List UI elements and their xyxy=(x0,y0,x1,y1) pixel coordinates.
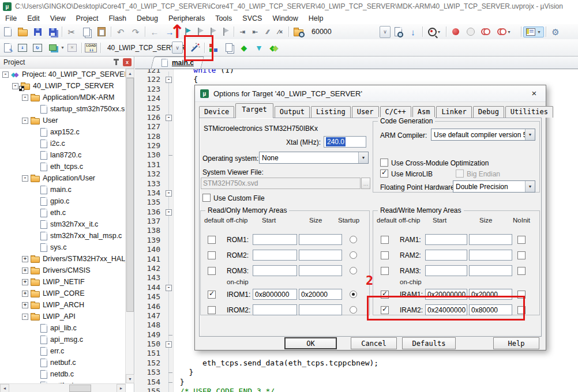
tree-item-lwip-core[interactable]: +LWIP_CORE xyxy=(0,288,126,299)
close-panel-button[interactable]: x xyxy=(123,58,132,66)
menu-help[interactable]: Help xyxy=(303,13,329,24)
manage-project-items-button[interactable] xyxy=(222,41,237,55)
previous-bookmark-button[interactable] xyxy=(194,25,207,39)
tree-item-api-lib-c[interactable]: api_lib.c xyxy=(0,322,126,334)
ram1-start-input[interactable] xyxy=(425,234,467,245)
dropdown-arrow-icon[interactable]: ▼ xyxy=(525,181,535,192)
menu-project[interactable]: Project xyxy=(71,13,104,24)
next-bookmark-button[interactable] xyxy=(207,25,219,39)
configure-button[interactable]: ⚙ xyxy=(548,25,563,39)
irom2-size-input[interactable] xyxy=(299,304,342,315)
use-custom-file-checkbox[interactable] xyxy=(202,194,211,202)
arm-compiler-select[interactable]: Use default compiler version 5 ▼ xyxy=(431,129,535,141)
iram1-start-input[interactable]: 0x20000000 xyxy=(425,289,467,300)
ram2-noinit-checkbox[interactable] xyxy=(517,251,526,259)
ram1-size-input[interactable] xyxy=(469,234,512,245)
cut-button[interactable]: ✂ xyxy=(64,25,79,39)
dialog-tab-output[interactable]: Output xyxy=(275,106,310,118)
target-select[interactable]: 40_LWIP_TCP_SERVER xyxy=(103,44,172,52)
ram3-noinit-checkbox[interactable] xyxy=(517,267,526,275)
dialog-tab-listing[interactable]: Listing xyxy=(311,106,351,118)
tree-item-lwip-api[interactable]: -LWIP_API xyxy=(0,311,126,322)
dropdown-arrow-icon[interactable]: ▼ xyxy=(358,152,368,163)
dialog-tab-debug[interactable]: Debug xyxy=(473,106,504,118)
save-all-button[interactable] xyxy=(45,25,60,39)
download-button[interactable]: LOAD ↓↓ xyxy=(84,41,99,55)
find-text-input[interactable]: 60000 xyxy=(306,26,380,37)
rom1-start-input[interactable] xyxy=(253,234,297,245)
ok-button[interactable]: OK xyxy=(284,337,337,349)
irom2-startup-radio[interactable] xyxy=(350,306,357,314)
dialog-tab-device[interactable]: Device xyxy=(199,106,234,118)
irom1-startup-radio[interactable] xyxy=(350,291,357,298)
dialog-tab-utilities[interactable]: Utilities xyxy=(505,106,553,118)
cancel-button[interactable]: Cancel xyxy=(351,337,397,349)
rom1-default-checkbox[interactable] xyxy=(208,236,216,244)
xtal-input[interactable]: 240.0 xyxy=(324,136,366,148)
rom3-start-input[interactable] xyxy=(253,265,297,276)
irom1-start-input[interactable]: 0x8000000 xyxy=(253,289,297,300)
irom2-start-input[interactable] xyxy=(253,304,297,315)
disable-all-breakpoints-button[interactable] xyxy=(478,25,493,39)
tree-item-drivers-cmsis[interactable]: +Drivers/CMSIS xyxy=(0,265,126,276)
menu-flash[interactable]: Flash xyxy=(103,13,132,24)
fold-collapse-icon[interactable]: - xyxy=(166,77,172,83)
pack-installer-button[interactable]: ◆◆ xyxy=(267,41,282,55)
tree-item-drivers-stm32h7xx-hal[interactable]: +Drivers/STM32H7xx_HAL_ xyxy=(0,253,126,265)
disable-breakpoint-button[interactable] xyxy=(463,25,478,39)
tree-item-application-mdk-arm[interactable]: -Application/MDK-ARM xyxy=(0,92,126,103)
ram2-size-input[interactable] xyxy=(469,250,512,261)
dialog-titlebar[interactable]: µ Options for Target '40_LWIP_TCP_SERVER… xyxy=(195,85,546,102)
irom1-size-input[interactable]: 0x20000 xyxy=(299,289,342,300)
rom3-default-checkbox[interactable] xyxy=(208,267,216,275)
tree-item-i2c-c[interactable]: i2c.c xyxy=(0,138,126,149)
scroll-up-button[interactable]: ▲ xyxy=(126,69,134,78)
tree-item-lwip-netif[interactable]: +LWIP_NETIF xyxy=(0,276,126,288)
menu-debug[interactable]: Debug xyxy=(132,13,163,24)
scroll-right-button[interactable]: ► xyxy=(117,384,126,392)
ram2-default-checkbox[interactable] xyxy=(381,251,389,259)
rom2-default-checkbox[interactable] xyxy=(208,251,216,259)
tree-item-project-40-lwip-tcp-server[interactable]: -◆◆Project: 40_LWIP_TCP_SERVER xyxy=(0,69,126,80)
window-layout-button[interactable]: ▼ xyxy=(523,27,544,37)
help-button[interactable]: Help xyxy=(493,337,539,349)
dialog-close-icon[interactable]: × xyxy=(528,88,540,99)
menu-file[interactable]: File xyxy=(0,13,22,24)
menu-view[interactable]: View xyxy=(45,13,71,24)
translate-button[interactable]: ✎ xyxy=(0,41,15,55)
tree-item-main-c[interactable]: main.c xyxy=(0,184,126,195)
collapse-toggle-icon[interactable]: - xyxy=(22,314,28,320)
incremental-find-button[interactable]: ↓ xyxy=(406,25,421,39)
cross-module-optimization-checkbox[interactable] xyxy=(380,159,388,167)
browse-svd-button[interactable]: ... xyxy=(361,178,370,189)
ram1-noinit-checkbox[interactable] xyxy=(517,236,526,244)
iram2-noinit-checkbox[interactable] xyxy=(517,306,526,314)
menu-edit[interactable]: Edit xyxy=(22,13,45,24)
fold-collapse-icon[interactable]: - xyxy=(166,115,172,121)
tree-item-netbuf-c[interactable]: netbuf.c xyxy=(0,357,126,368)
build-button[interactable]: ↓ xyxy=(15,41,30,55)
copy-button[interactable] xyxy=(79,25,94,39)
iram2-start-input[interactable]: 0x24000000 xyxy=(425,304,467,315)
rom1-size-input[interactable] xyxy=(299,234,342,245)
rom3-startup-radio[interactable] xyxy=(350,267,357,274)
dialog-tab-user[interactable]: User xyxy=(352,106,379,118)
menu-svcs[interactable]: SVCS xyxy=(237,13,267,24)
iram2-default-checkbox[interactable] xyxy=(381,306,389,314)
ram3-default-checkbox[interactable] xyxy=(381,267,389,275)
dialog-tab-linker[interactable]: Linker xyxy=(436,106,471,118)
fold-collapse-icon[interactable]: - xyxy=(166,190,172,197)
undo-button[interactable]: ↶ xyxy=(113,25,128,39)
irom1-default-checkbox[interactable] xyxy=(208,291,216,299)
dropdown-arrow-icon[interactable]: ▼ xyxy=(525,129,535,140)
insert-breakpoint-button[interactable] xyxy=(448,25,463,39)
pin-icon[interactable] xyxy=(115,60,117,65)
new-file-button[interactable] xyxy=(0,25,15,39)
open-file-button[interactable] xyxy=(15,25,30,39)
find-in-files-button[interactable] xyxy=(291,25,306,39)
tree-item-application-user[interactable]: -Application/User xyxy=(0,172,126,184)
operating-system-select[interactable]: None ▼ xyxy=(259,152,369,164)
kill-all-breakpoints-button[interactable]: ×▼ xyxy=(493,25,515,39)
project-vertical-scrollbar[interactable]: ▲ ▼ xyxy=(125,69,134,383)
collapse-toggle-icon[interactable]: - xyxy=(22,118,28,124)
